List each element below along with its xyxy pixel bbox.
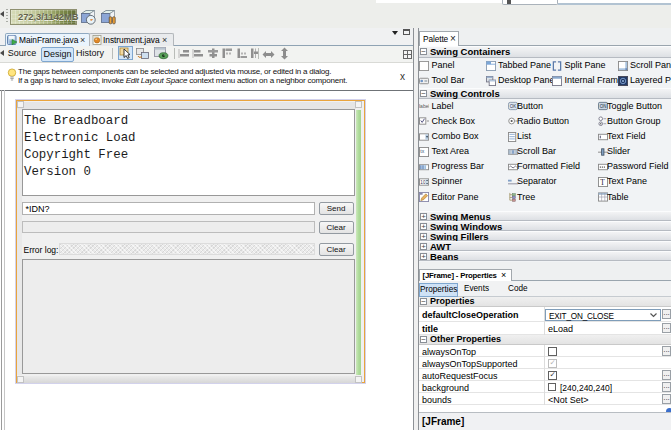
svg-text:tx: tx bbox=[420, 148, 424, 154]
svg-text:T: T bbox=[600, 179, 605, 187]
svg-text:label: label bbox=[419, 103, 429, 109]
svg-text:OK: OK bbox=[509, 104, 516, 109]
svg-text:ON: ON bbox=[600, 104, 607, 109]
svg-text:10: 10 bbox=[420, 180, 426, 185]
